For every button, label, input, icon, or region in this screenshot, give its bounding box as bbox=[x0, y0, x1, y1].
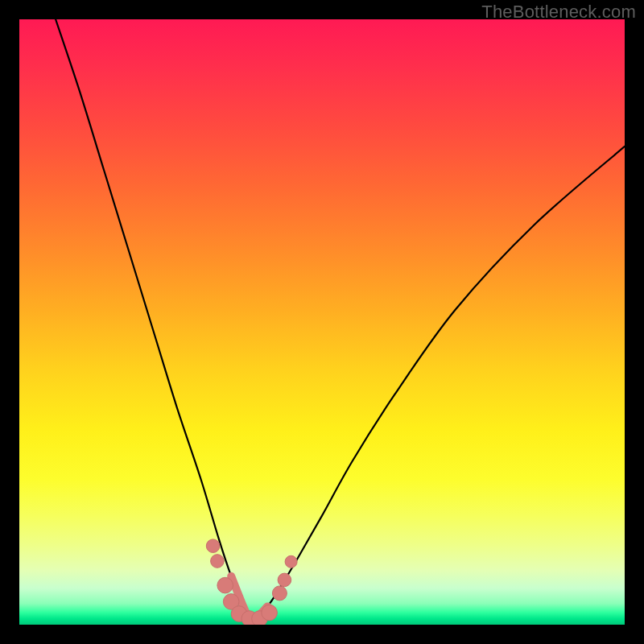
marker-dot bbox=[272, 586, 287, 601]
chart-frame: TheBottleneck.com bbox=[0, 0, 644, 644]
marker-dot bbox=[206, 539, 220, 553]
chart-plot-area bbox=[19, 19, 625, 625]
bottleneck-curve bbox=[56, 19, 625, 620]
marker-dot bbox=[252, 611, 268, 625]
marker-dot bbox=[242, 611, 258, 625]
marker-dot bbox=[285, 555, 297, 568]
marker-dot bbox=[217, 577, 233, 593]
marker-dot bbox=[211, 555, 225, 568]
highlight-markers bbox=[206, 539, 297, 625]
marker-dot bbox=[262, 605, 278, 621]
marker-dot bbox=[231, 606, 247, 622]
bottleneck-trough-stroke bbox=[231, 576, 267, 621]
marker-dot bbox=[278, 573, 291, 587]
chart-svg bbox=[19, 19, 625, 625]
watermark-text: TheBottleneck.com bbox=[481, 2, 636, 23]
marker-dot bbox=[223, 594, 239, 610]
